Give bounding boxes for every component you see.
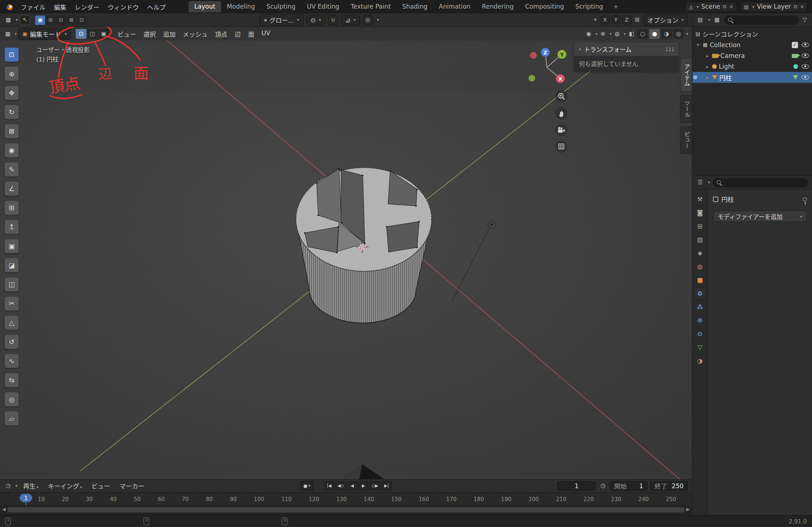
workspace-tab[interactable]: Compositing [519, 1, 570, 13]
object-tab[interactable]: ■ [694, 274, 706, 286]
pivot-point-dropdown[interactable]: ⊙ ▾ [306, 15, 325, 25]
cylinder-row[interactable]: ▸ 円柱 [693, 72, 812, 83]
workspace-tab[interactable]: Rendering [476, 1, 519, 13]
view-layer-tab[interactable]: ▥ [694, 234, 706, 245]
cursor-tool[interactable]: ⊕ [5, 67, 19, 81]
app-menu-item[interactable]: 編集 [50, 1, 71, 13]
delete-scene-icon[interactable]: ✕ [729, 4, 734, 10]
viewport-menu-item[interactable]: 頂点 [211, 28, 231, 40]
mode-dropdown[interactable]: ▣ 編集モード ▾ [18, 28, 71, 40]
playback-menu[interactable]: 再生▾ [19, 481, 42, 491]
play-button[interactable]: ▶ [358, 481, 369, 491]
mouse-select-icon[interactable]: ⌖ [592, 15, 599, 24]
viewport-menu-item[interactable]: 追加 [159, 28, 179, 40]
transform-tool[interactable]: ◉ [5, 144, 19, 158]
prev-frame-button[interactable]: ◀ [347, 481, 357, 491]
pin-icon[interactable] [803, 197, 807, 201]
timeline-ruler[interactable]: 1 10203040506070809010011012013014015016… [0, 492, 692, 505]
add-cube-tool[interactable]: ⊞ [5, 201, 19, 215]
workspace-tab[interactable]: Sculpting [261, 1, 301, 13]
prev-keyframe-button[interactable]: ◀◇ [335, 481, 346, 491]
select-extend-mode-button[interactable]: ⊞ [46, 15, 55, 24]
material-shading-button[interactable]: ◑ [661, 29, 672, 38]
poly-build-tool[interactable]: △ [5, 316, 19, 330]
physics-tab[interactable]: ⊚ [694, 315, 706, 326]
workspace-tab[interactable]: Animation [433, 1, 476, 13]
light-row[interactable]: ▸ Light [693, 61, 812, 72]
snap-target-dropdown[interactable]: ⊿ ▾ [341, 15, 360, 25]
orthographic-toggle-button[interactable] [555, 140, 568, 153]
scrollbar-thumb[interactable] [7, 507, 685, 512]
app-menu-item[interactable]: レンダー [71, 1, 104, 13]
knife-tool[interactable]: ✂ [5, 296, 19, 310]
workspace-tab[interactable]: Modeling [221, 1, 261, 13]
editor-type-icon[interactable]: ▦ [4, 15, 13, 24]
jump-to-end-button[interactable]: ▶| [381, 481, 392, 491]
panel-grip-icon[interactable] [666, 47, 674, 51]
spin-tool[interactable]: ↺ [5, 335, 19, 349]
select-subtract-mode-button[interactable]: ⊟ [56, 15, 66, 24]
inset-faces-tool[interactable]: ▣ [5, 239, 19, 253]
jump-to-start-button[interactable]: |◀ [324, 481, 334, 491]
scene-collection-row[interactable]: ▤ シーンコレクション [693, 28, 812, 39]
render-tab[interactable]: ◙ [694, 207, 706, 219]
select-difference-mode-button[interactable]: ⊠ [67, 15, 76, 24]
modifier-tab[interactable]: ⚙ [694, 288, 706, 299]
particles-tab[interactable]: ⁂ [694, 301, 706, 313]
viewport-scene[interactable] [0, 40, 692, 479]
gizmo-neg-x-ball[interactable] [530, 52, 537, 59]
disclosure-arrow-icon[interactable]: ▸ [705, 75, 710, 80]
measure-tool[interactable]: ∠ [5, 182, 19, 196]
scene-tab[interactable]: ◈ [694, 247, 706, 259]
camera-view-button[interactable] [555, 124, 568, 136]
properties-editor-icon[interactable]: ☰ [696, 178, 704, 187]
mirror-z-toggle[interactable]: Z [622, 15, 631, 24]
object-visibility-dropdown[interactable]: ◉ [585, 29, 593, 38]
move-tool[interactable]: ✥ [5, 86, 19, 100]
outliner-editor-icon[interactable]: ▤ [696, 15, 705, 24]
viewport-menu-item[interactable]: ビュー [114, 28, 140, 40]
scroll-right-icon[interactable]: ▶ [686, 507, 690, 512]
smooth-tool[interactable]: ∿ [5, 354, 19, 368]
workspace-tab[interactable]: Scripting [570, 1, 609, 13]
disclosure-arrow-icon[interactable]: ▸ [705, 53, 710, 58]
disclosure-arrow-icon[interactable]: ▸ [705, 64, 710, 69]
frame-end-field[interactable]: 終了250 [650, 481, 688, 491]
viewport-menu-item[interactable]: 選択 [140, 28, 159, 40]
chevron-down-icon[interactable]: ▾ [377, 18, 379, 22]
app-menu-item[interactable]: ファイル [17, 1, 50, 13]
keying-menu[interactable]: キーイング▾ [44, 481, 86, 491]
duplicate-view-layer-icon[interactable]: ⧉ [794, 4, 797, 10]
workspace-tab[interactable]: Texture Paint [345, 1, 396, 13]
snap-magnet-toggle[interactable]: ∪ [328, 15, 338, 25]
orientation-dropdown[interactable]: ⌖ グロー... ▾ [260, 14, 303, 26]
gizmos-dropdown[interactable]: ⊕ [599, 29, 607, 38]
visibility-eye-icon[interactable] [802, 53, 809, 58]
vertex-select-mode-button[interactable]: ⊡ [76, 29, 86, 38]
add-modifier-button[interactable]: モディファイアーを追加 ▾ [713, 211, 807, 222]
rendered-shading-button[interactable]: ◎ [673, 29, 684, 38]
select-set-mode-button[interactable]: ▣ [35, 15, 45, 24]
shrink-fatten-tool[interactable]: ◎ [5, 392, 19, 406]
rotate-tool[interactable]: ↻ [5, 105, 19, 119]
collection-checkbox[interactable]: ✓ [792, 42, 798, 48]
light-object[interactable] [488, 221, 495, 228]
face-select-mode-button[interactable]: ▣ [98, 29, 109, 38]
viewport-menu-item[interactable]: 辺 [231, 28, 244, 40]
blender-logo-icon[interactable] [4, 2, 14, 12]
timeline-marker-menu[interactable]: マーカー [116, 481, 148, 491]
timeline-editor-icon[interactable]: ◷ [4, 482, 12, 490]
loop-cut-tool[interactable]: ◫ [5, 277, 19, 291]
active-tool-icon[interactable]: ↖ [20, 15, 30, 25]
scale-tool[interactable]: ⊠ [5, 124, 19, 138]
box-select-tool[interactable]: ⊡ [5, 47, 19, 62]
bevel-tool[interactable]: ◪ [5, 258, 19, 272]
timeline-scrollbar[interactable]: ◀ ▶ [0, 505, 692, 515]
display-mode-icon[interactable]: ▦ [713, 15, 721, 24]
visibility-eye-icon[interactable] [802, 75, 809, 80]
editor-type-icon[interactable]: ▦ [4, 29, 12, 38]
current-frame-marker[interactable]: 1 [20, 494, 32, 502]
clock-icon[interactable]: ◷ [599, 482, 607, 490]
delete-view-layer-icon[interactable]: ✕ [800, 4, 804, 10]
scroll-left-icon[interactable]: ◀ [2, 507, 6, 512]
